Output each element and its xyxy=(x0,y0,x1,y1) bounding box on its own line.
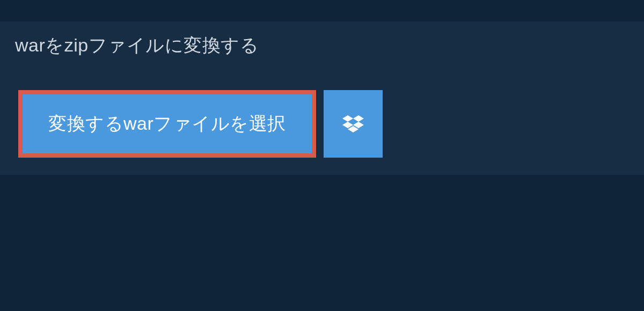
tab-convert[interactable]: warをzipファイルに変換する xyxy=(0,21,276,70)
converter-panel: warをzipファイルに変換する 変換するwarファイルを選択 xyxy=(0,21,644,175)
dropbox-button[interactable] xyxy=(324,90,383,158)
tab-container: warをzipファイルに変換する xyxy=(0,21,644,70)
select-file-label: 変換するwarファイルを選択 xyxy=(48,112,286,136)
dropbox-icon xyxy=(342,113,364,135)
tab-title: warをzipファイルに変換する xyxy=(15,35,259,55)
select-file-button[interactable]: 変換するwarファイルを選択 xyxy=(18,90,316,158)
button-row: 変換するwarファイルを選択 xyxy=(0,90,644,158)
